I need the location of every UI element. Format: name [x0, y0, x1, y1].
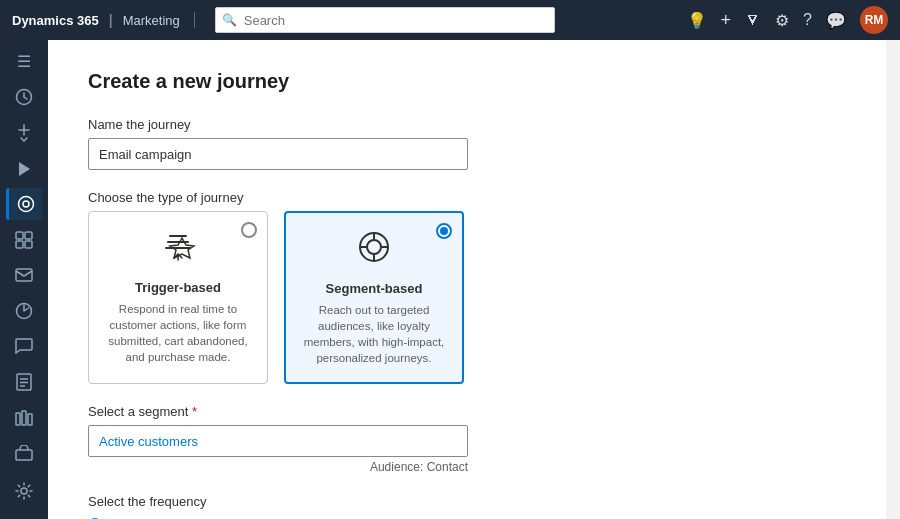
main-layout: ☰ [0, 40, 900, 519]
segment-wrapper: Audience: Contact [88, 425, 468, 474]
page-title: Create a new journey [88, 70, 846, 93]
sidebar-item-hamburger[interactable]: ☰ [6, 46, 42, 78]
brand: Dynamics 365 | Marketing [12, 12, 195, 28]
svg-rect-6 [16, 241, 23, 248]
type-label: Choose the type of journey [88, 190, 846, 205]
lightbulb-icon[interactable]: 💡 [687, 11, 707, 30]
trigger-radio[interactable] [241, 222, 257, 238]
segment-section: Select a segment Audience: Contact [88, 404, 846, 474]
top-nav: Dynamics 365 | Marketing 🔍 💡 + ⛛ ⚙ ? 💬 R… [0, 0, 900, 40]
name-section: Name the journey [88, 117, 846, 170]
content-area: Create a new journey Name the journey Ch… [48, 40, 886, 519]
trigger-desc: Respond in real time to customer actions… [103, 301, 253, 365]
segment-radio[interactable] [436, 223, 452, 239]
dynamics-logo: Dynamics 365 [12, 13, 99, 28]
settings-icon[interactable]: ⚙ [775, 11, 789, 30]
svg-point-3 [23, 201, 29, 207]
segment-title: Segment-based [326, 281, 423, 296]
frequency-label: Select the frequency [88, 494, 846, 509]
svg-rect-7 [25, 241, 32, 248]
type-section: Choose the type of journey Trigger-based… [88, 190, 846, 384]
svg-rect-4 [16, 232, 23, 239]
module-name: Marketing [123, 13, 180, 28]
svg-point-18 [21, 488, 27, 494]
trigger-title: Trigger-based [135, 280, 221, 295]
sidebar-item-journeys[interactable] [6, 188, 42, 220]
svg-rect-14 [16, 413, 20, 425]
sidebar-item-library[interactable] [6, 402, 42, 434]
journey-cards: Trigger-based Respond in real time to cu… [88, 211, 846, 384]
sidebar-bottom [6, 473, 42, 509]
search-input[interactable] [215, 7, 555, 33]
sidebar-item-forms[interactable] [6, 366, 42, 398]
name-label: Name the journey [88, 117, 846, 132]
trigger-icon [160, 228, 196, 272]
sidebar-item-messages[interactable] [6, 331, 42, 363]
journey-name-input[interactable] [88, 138, 468, 170]
search-icon: 🔍 [222, 13, 237, 27]
segment-label: Select a segment [88, 404, 846, 419]
sidebar: ☰ [0, 40, 48, 519]
sidebar-item-emails[interactable] [6, 259, 42, 291]
svg-rect-8 [16, 269, 32, 281]
svg-rect-17 [16, 450, 32, 460]
svg-rect-16 [28, 414, 32, 425]
help-icon[interactable]: ? [803, 11, 812, 29]
audience-label: Audience: Contact [88, 460, 468, 474]
add-icon[interactable]: + [721, 10, 732, 31]
sidebar-item-pinned[interactable] [6, 117, 42, 149]
sidebar-item-recent[interactable] [6, 82, 42, 114]
segment-input[interactable] [88, 425, 468, 457]
sidebar-item-analytics[interactable] [6, 295, 42, 327]
filter-icon[interactable]: ⛛ [745, 11, 761, 29]
segment-card[interactable]: Segment-based Reach out to targeted audi… [284, 211, 464, 384]
svg-rect-15 [22, 411, 26, 425]
sidebar-item-segments[interactable] [6, 224, 42, 256]
top-nav-icons: 💡 + ⛛ ⚙ ? 💬 RM [687, 6, 888, 34]
svg-rect-5 [25, 232, 32, 239]
right-panel [886, 40, 900, 519]
segment-icon [356, 229, 392, 273]
search-bar[interactable]: 🔍 [215, 7, 555, 33]
chat-icon[interactable]: 💬 [826, 11, 846, 30]
svg-point-2 [18, 197, 33, 212]
sidebar-item-settings[interactable] [6, 473, 42, 509]
svg-point-20 [367, 240, 381, 254]
segment-desc: Reach out to targeted audiences, like lo… [300, 302, 448, 366]
svg-marker-1 [19, 162, 30, 176]
sidebar-item-marketplace[interactable] [6, 437, 42, 469]
trigger-card[interactable]: Trigger-based Respond in real time to cu… [88, 211, 268, 384]
frequency-section: Select the frequency A one-time journey … [88, 494, 846, 519]
sidebar-item-play[interactable] [6, 153, 42, 185]
avatar[interactable]: RM [860, 6, 888, 34]
